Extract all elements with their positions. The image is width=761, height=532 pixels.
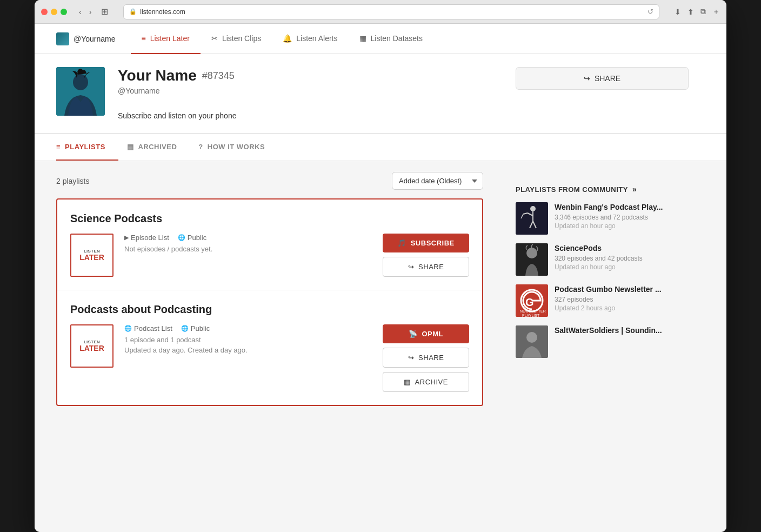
community-more-icon[interactable]: »	[632, 185, 637, 194]
playlist-1-visibility-label: Public	[188, 234, 206, 242]
playlist-card-2: Podcasts about Podcasting LISTEN LATER	[57, 290, 482, 405]
top-nav: @Yourname ≡ Listen Later ✂ Listen Clips …	[35, 24, 726, 54]
new-tab-icon[interactable]: ＋	[712, 7, 720, 17]
close-button[interactable]	[41, 9, 48, 15]
right-sidebar: PLAYLISTS FROM COMMUNITY »	[505, 161, 699, 417]
forward-button[interactable]: ›	[86, 5, 95, 18]
profile-handle: @Yourname	[118, 87, 483, 95]
tab-how-it-works[interactable]: ? HOW IT WORKS	[198, 134, 278, 161]
minimize-button[interactable]	[51, 9, 57, 15]
community-item-2[interactable]: SciencePods 320 episodes and 42 podcasts…	[516, 243, 689, 276]
url-bar[interactable]: 🔒 listennotes.com ↺	[123, 4, 659, 19]
playlist-1-visibility: 🌐 Public	[178, 234, 206, 242]
share-icon[interactable]: ⬆	[687, 8, 694, 16]
playlist-1-thumb: LISTEN LATER	[70, 234, 114, 277]
community-info-4: SaltWaterSoldiers | Soundin...	[555, 325, 689, 358]
reload-icon[interactable]: ↺	[647, 8, 653, 16]
tab-archived[interactable]: ▦ ARCHIVED	[127, 134, 190, 161]
nav-item-listen-later[interactable]: ≡ Listen Later	[131, 24, 201, 54]
nav-item-listen-alerts[interactable]: 🔔 Listen Alerts	[272, 24, 348, 54]
subscribe-label-1: SUBSCRIBE	[411, 239, 455, 247]
community-item-4[interactable]: SaltWaterSoldiers | Soundin...	[516, 325, 689, 358]
nav-item-listen-datasets[interactable]: ▦ Listen Datasets	[349, 24, 434, 54]
community-info-1: Wenbin Fang's Podcast Play... 3,346 epis…	[555, 202, 689, 235]
community-thumb-1	[516, 202, 548, 235]
back-button[interactable]: ‹	[76, 5, 85, 18]
archive-icon: ▦	[404, 378, 411, 386]
community-section: PLAYLISTS FROM COMMUNITY »	[516, 174, 689, 358]
playlist-2-type-label: Podcast List	[134, 324, 172, 332]
playlists-tab-icon: ≡	[56, 143, 61, 151]
tab-archived-label: ARCHIVED	[138, 143, 177, 151]
profile-name: Your Name #87345	[118, 67, 483, 84]
fullscreen-button[interactable]	[61, 9, 67, 15]
community-title: PLAYLISTS FROM COMMUNITY	[516, 185, 628, 194]
globe-icon-2: 🌐	[181, 325, 189, 332]
community-stats-1: 3,346 episodes and 72 podcasts	[555, 214, 689, 221]
playlists-container: Science Podcasts LISTEN LATER ▶	[56, 198, 483, 406]
archive-button[interactable]: ▦ ARCHIVE	[383, 372, 469, 392]
playlist-2-updated: Updated a day ago. Created a day ago.	[124, 346, 372, 354]
layout-wrapper: 2 playlists Added date (Oldest) Added da…	[35, 161, 726, 417]
share-main-button[interactable]: ↪ SHARE	[516, 67, 689, 90]
user-nav-item[interactable]: @Yourname	[56, 32, 126, 45]
share-button-1[interactable]: ↪ SHARE	[383, 257, 469, 277]
svg-text:G: G	[525, 296, 534, 308]
share-button-2[interactable]: ↪ SHARE	[383, 348, 469, 368]
tabs-icon[interactable]: ⧉	[700, 7, 706, 16]
subscribe-button-1[interactable]: 🎵 SUBSCRIBE	[383, 234, 469, 252]
playlist-2-thumb: LISTEN LATER	[70, 324, 114, 368]
sidebar-toggle-button[interactable]: ⊞	[101, 6, 108, 17]
content-area: 2 playlists Added date (Oldest) Added da…	[35, 161, 505, 417]
url-text: listennotes.com	[140, 8, 185, 16]
nav-label-listen-later: Listen Later	[150, 34, 190, 43]
nav-item-listen-clips[interactable]: ✂ Listen Clips	[201, 24, 272, 54]
page-content: @Yourname ≡ Listen Later ✂ Listen Clips …	[35, 24, 726, 532]
svg-point-18	[526, 332, 537, 343]
profile-info: Your Name #87345 @Yourname Subscribe and…	[118, 67, 483, 120]
community-stats-2: 320 episodes and 42 podcasts	[555, 255, 689, 262]
svg-text:PLAYLIST: PLAYLIST	[522, 314, 540, 317]
svg-point-11	[526, 248, 537, 258]
playlist-2-meta: 🌐 Podcast List 🌐 Public 1 episod	[124, 324, 372, 354]
playlist-1-desc: Not episodes / podcasts yet.	[124, 245, 372, 253]
playlist-1-actions: 🎵 SUBSCRIBE ↪ SHARE	[383, 234, 469, 277]
profile-avatar	[56, 67, 105, 116]
playlist-2-meta-row: 🌐 Podcast List 🌐 Public	[124, 324, 372, 332]
nav-label-listen-datasets: Listen Datasets	[371, 34, 423, 43]
tab-playlists-label: PLAYLISTS	[65, 143, 105, 151]
community-header: PLAYLISTS FROM COMMUNITY »	[516, 174, 689, 194]
share-icon-1: ↪	[408, 263, 415, 271]
opml-button[interactable]: 📡 OPML	[383, 324, 469, 343]
playlist-1-type: ▶ Episode List	[124, 234, 169, 242]
share-label-1: SHARE	[418, 263, 444, 271]
titlebar-actions: ⬇ ⬆ ⧉ ＋	[675, 7, 720, 17]
share-label-2: SHARE	[418, 354, 444, 362]
playlist-1-body: LISTEN LATER ▶ Episode List	[70, 234, 469, 277]
playlist-2-title: Podcasts about Podcasting	[70, 303, 469, 316]
nav-label-listen-alerts: Listen Alerts	[296, 34, 337, 43]
share-icon-2: ↪	[408, 354, 415, 362]
community-item-3[interactable]: G NEWSLETTER PLAYLIST Podcast Gumbo News…	[516, 284, 689, 317]
download-icon[interactable]: ⬇	[675, 8, 681, 16]
sort-select[interactable]: Added date (Oldest) Added date (Newest) …	[392, 172, 483, 190]
playlist-1-type-label: Episode List	[131, 234, 169, 242]
playlist-1-meta: ▶ Episode List 🌐 Public Not episo	[124, 234, 372, 253]
titlebar: ‹ › ⊞ 🔒 listennotes.com ↺ ⬇ ⬆ ⧉ ＋	[35, 0, 726, 24]
listen-alerts-icon: 🔔	[283, 34, 292, 43]
community-item-1[interactable]: Wenbin Fang's Podcast Play... 3,346 epis…	[516, 202, 689, 235]
playlist-1-title: Science Podcasts	[70, 212, 469, 225]
community-thumb-4	[516, 325, 548, 358]
nav-label-listen-clips: Listen Clips	[222, 34, 261, 43]
play-icon: ▶	[124, 234, 129, 241]
playlist-card: Science Podcasts LISTEN LATER ▶	[57, 200, 482, 290]
community-updated-1: Updated an hour ago	[555, 222, 689, 230]
playlists-header: 2 playlists Added date (Oldest) Added da…	[56, 172, 483, 190]
community-updated-2: Updated an hour ago	[555, 263, 689, 271]
tab-playlists[interactable]: ≡ PLAYLISTS	[56, 134, 118, 161]
community-info-3: Podcast Gumbo Newsletter ... 327 episode…	[555, 284, 689, 317]
how-it-works-tab-icon: ?	[198, 143, 203, 151]
playlist-2-type: 🌐 Podcast List	[124, 324, 172, 332]
playlist-2-desc: 1 episode and 1 podcast	[124, 336, 372, 344]
avatar	[56, 32, 69, 45]
